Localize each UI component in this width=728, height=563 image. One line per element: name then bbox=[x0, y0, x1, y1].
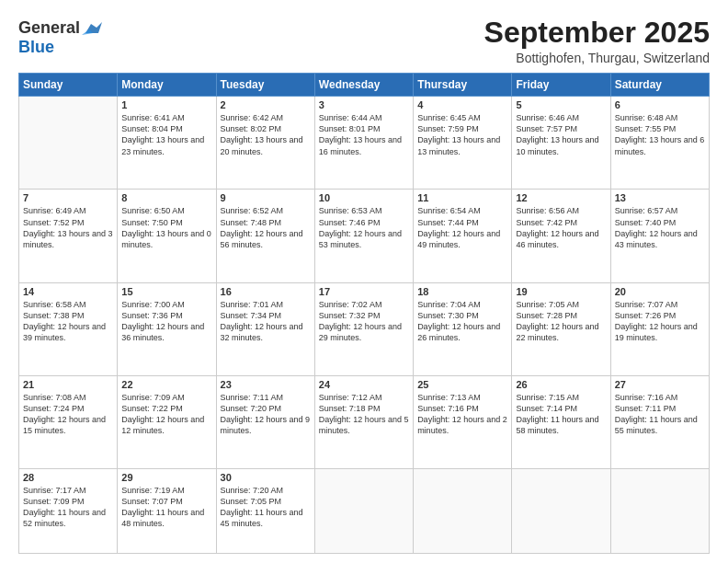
day-number: 25 bbox=[417, 379, 507, 390]
table-row: 7Sunrise: 6:49 AM Sunset: 7:52 PM Daylig… bbox=[19, 190, 118, 282]
header-tuesday: Tuesday bbox=[216, 74, 314, 97]
table-row: 10Sunrise: 6:53 AM Sunset: 7:46 PM Dayli… bbox=[314, 190, 413, 282]
header: General Blue September 2025 Bottighofen,… bbox=[18, 17, 710, 65]
table-row: 6Sunrise: 6:48 AM Sunset: 7:55 PM Daylig… bbox=[610, 97, 709, 190]
month-title: September 2025 bbox=[484, 17, 710, 49]
day-info: Sunrise: 6:49 AM Sunset: 7:52 PM Dayligh… bbox=[23, 205, 113, 250]
day-number: 23 bbox=[221, 379, 311, 390]
header-wednesday: Wednesday bbox=[314, 74, 413, 97]
day-number: 11 bbox=[417, 192, 507, 203]
table-row: 17Sunrise: 7:02 AM Sunset: 7:32 PM Dayli… bbox=[314, 282, 413, 375]
table-row: 9Sunrise: 6:52 AM Sunset: 7:48 PM Daylig… bbox=[216, 190, 314, 282]
day-number: 17 bbox=[319, 286, 409, 297]
table-row: 30Sunrise: 7:20 AM Sunset: 7:05 PM Dayli… bbox=[216, 468, 314, 553]
table-row: 23Sunrise: 7:11 AM Sunset: 7:20 PM Dayli… bbox=[216, 375, 314, 468]
day-info: Sunrise: 6:50 AM Sunset: 7:50 PM Dayligh… bbox=[121, 205, 211, 250]
day-number: 2 bbox=[221, 99, 311, 110]
day-number: 26 bbox=[516, 379, 606, 390]
day-number: 12 bbox=[516, 192, 606, 203]
day-info: Sunrise: 6:42 AM Sunset: 8:02 PM Dayligh… bbox=[221, 112, 311, 157]
table-row: 15Sunrise: 7:00 AM Sunset: 7:36 PM Dayli… bbox=[118, 282, 216, 375]
table-row bbox=[314, 468, 413, 553]
table-row: 3Sunrise: 6:44 AM Sunset: 8:01 PM Daylig… bbox=[314, 97, 413, 190]
table-row: 27Sunrise: 7:16 AM Sunset: 7:11 PM Dayli… bbox=[610, 375, 709, 468]
day-info: Sunrise: 7:11 AM Sunset: 7:20 PM Dayligh… bbox=[221, 392, 311, 437]
table-row: 12Sunrise: 6:56 AM Sunset: 7:42 PM Dayli… bbox=[512, 190, 610, 282]
day-info: Sunrise: 7:00 AM Sunset: 7:36 PM Dayligh… bbox=[121, 299, 211, 344]
day-info: Sunrise: 7:08 AM Sunset: 7:24 PM Dayligh… bbox=[23, 392, 113, 437]
day-info: Sunrise: 7:17 AM Sunset: 7:09 PM Dayligh… bbox=[23, 485, 113, 530]
logo: General Blue bbox=[18, 18, 102, 57]
header-friday: Friday bbox=[512, 74, 610, 97]
day-info: Sunrise: 6:54 AM Sunset: 7:44 PM Dayligh… bbox=[417, 205, 507, 250]
table-row: 24Sunrise: 7:12 AM Sunset: 7:18 PM Dayli… bbox=[314, 375, 413, 468]
table-row: 8Sunrise: 6:50 AM Sunset: 7:50 PM Daylig… bbox=[118, 190, 216, 282]
day-number: 3 bbox=[319, 99, 409, 110]
day-number: 24 bbox=[319, 379, 409, 390]
logo-general-text: General bbox=[18, 18, 80, 38]
day-info: Sunrise: 7:05 AM Sunset: 7:28 PM Dayligh… bbox=[516, 299, 606, 344]
day-info: Sunrise: 7:07 AM Sunset: 7:26 PM Dayligh… bbox=[615, 299, 705, 344]
weekday-header-row: Sunday Monday Tuesday Wednesday Thursday… bbox=[19, 74, 710, 97]
day-number: 10 bbox=[319, 192, 409, 203]
day-number: 13 bbox=[615, 192, 705, 203]
day-info: Sunrise: 6:58 AM Sunset: 7:38 PM Dayligh… bbox=[23, 299, 113, 344]
day-number: 16 bbox=[221, 286, 311, 297]
day-number: 8 bbox=[121, 192, 211, 203]
day-number: 7 bbox=[23, 192, 113, 203]
table-row: 29Sunrise: 7:19 AM Sunset: 7:07 PM Dayli… bbox=[118, 468, 216, 553]
day-info: Sunrise: 7:02 AM Sunset: 7:32 PM Dayligh… bbox=[319, 299, 409, 344]
day-number: 14 bbox=[23, 286, 113, 297]
day-info: Sunrise: 7:12 AM Sunset: 7:18 PM Dayligh… bbox=[319, 392, 409, 437]
table-row: 20Sunrise: 7:07 AM Sunset: 7:26 PM Dayli… bbox=[610, 282, 709, 375]
day-number: 9 bbox=[221, 192, 311, 203]
day-info: Sunrise: 6:56 AM Sunset: 7:42 PM Dayligh… bbox=[516, 205, 606, 250]
table-row bbox=[414, 468, 512, 553]
location: Bottighofen, Thurgau, Switzerland bbox=[484, 51, 710, 65]
table-row: 25Sunrise: 7:13 AM Sunset: 7:16 PM Dayli… bbox=[414, 375, 512, 468]
day-info: Sunrise: 7:13 AM Sunset: 7:16 PM Dayligh… bbox=[417, 392, 507, 437]
table-row: 22Sunrise: 7:09 AM Sunset: 7:22 PM Dayli… bbox=[118, 375, 216, 468]
table-row bbox=[19, 97, 118, 190]
table-row: 2Sunrise: 6:42 AM Sunset: 8:02 PM Daylig… bbox=[216, 97, 314, 190]
table-row: 28Sunrise: 7:17 AM Sunset: 7:09 PM Dayli… bbox=[19, 468, 118, 553]
logo-blue-text: Blue bbox=[18, 38, 54, 56]
table-row: 11Sunrise: 6:54 AM Sunset: 7:44 PM Dayli… bbox=[414, 190, 512, 282]
table-row: 16Sunrise: 7:01 AM Sunset: 7:34 PM Dayli… bbox=[216, 282, 314, 375]
header-sunday: Sunday bbox=[19, 74, 118, 97]
day-info: Sunrise: 7:09 AM Sunset: 7:22 PM Dayligh… bbox=[121, 392, 211, 437]
day-number: 4 bbox=[417, 99, 507, 110]
table-row: 19Sunrise: 7:05 AM Sunset: 7:28 PM Dayli… bbox=[512, 282, 610, 375]
day-number: 27 bbox=[615, 379, 705, 390]
day-number: 28 bbox=[23, 472, 113, 483]
day-number: 5 bbox=[516, 99, 606, 110]
day-info: Sunrise: 6:57 AM Sunset: 7:40 PM Dayligh… bbox=[615, 205, 705, 250]
header-monday: Monday bbox=[118, 74, 216, 97]
day-number: 19 bbox=[516, 286, 606, 297]
day-number: 1 bbox=[121, 99, 211, 110]
day-number: 30 bbox=[221, 472, 311, 483]
day-info: Sunrise: 6:46 AM Sunset: 7:57 PM Dayligh… bbox=[516, 112, 606, 157]
table-row: 13Sunrise: 6:57 AM Sunset: 7:40 PM Dayli… bbox=[610, 190, 709, 282]
table-row bbox=[512, 468, 610, 553]
day-info: Sunrise: 7:16 AM Sunset: 7:11 PM Dayligh… bbox=[615, 392, 705, 437]
day-number: 18 bbox=[417, 286, 507, 297]
table-row bbox=[610, 468, 709, 553]
table-row: 26Sunrise: 7:15 AM Sunset: 7:14 PM Dayli… bbox=[512, 375, 610, 468]
header-thursday: Thursday bbox=[414, 74, 512, 97]
day-number: 22 bbox=[121, 379, 211, 390]
table-row: 1Sunrise: 6:41 AM Sunset: 8:04 PM Daylig… bbox=[118, 97, 216, 190]
day-number: 21 bbox=[23, 379, 113, 390]
day-info: Sunrise: 6:45 AM Sunset: 7:59 PM Dayligh… bbox=[417, 112, 507, 157]
table-row: 21Sunrise: 7:08 AM Sunset: 7:24 PM Dayli… bbox=[19, 375, 118, 468]
header-saturday: Saturday bbox=[610, 74, 709, 97]
page: General Blue September 2025 Bottighofen,… bbox=[0, 0, 728, 563]
day-info: Sunrise: 7:01 AM Sunset: 7:34 PM Dayligh… bbox=[221, 299, 311, 344]
day-info: Sunrise: 7:19 AM Sunset: 7:07 PM Dayligh… bbox=[121, 485, 211, 530]
table-row: 5Sunrise: 6:46 AM Sunset: 7:57 PM Daylig… bbox=[512, 97, 610, 190]
day-info: Sunrise: 7:04 AM Sunset: 7:30 PM Dayligh… bbox=[417, 299, 507, 344]
title-block: September 2025 Bottighofen, Thurgau, Swi… bbox=[484, 17, 710, 65]
day-number: 29 bbox=[121, 472, 211, 483]
calendar-table: Sunday Monday Tuesday Wednesday Thursday… bbox=[18, 73, 710, 554]
day-info: Sunrise: 6:48 AM Sunset: 7:55 PM Dayligh… bbox=[615, 112, 705, 157]
